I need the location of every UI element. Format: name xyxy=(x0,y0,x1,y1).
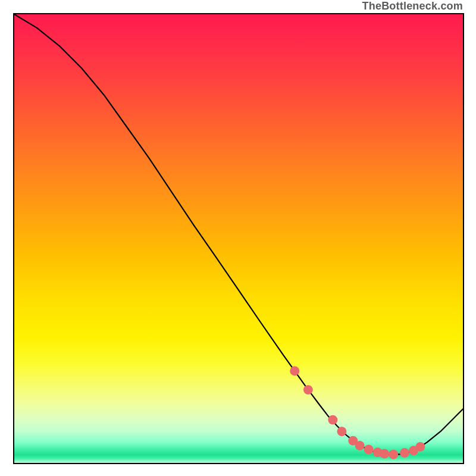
highlight-marker xyxy=(364,444,374,454)
chart-svg xyxy=(14,14,463,463)
highlight-marker xyxy=(400,448,409,458)
highlight-marker xyxy=(337,427,346,436)
highlight-marker xyxy=(303,385,313,394)
bottleneck-curve-line xyxy=(14,14,463,455)
plot-area xyxy=(13,13,464,464)
highlight-markers xyxy=(290,366,425,459)
highlight-marker xyxy=(389,450,398,459)
highlight-marker xyxy=(415,442,425,452)
highlight-marker xyxy=(328,415,337,425)
watermark-text: TheBottleneck.com xyxy=(362,0,463,12)
highlight-marker xyxy=(290,366,299,375)
chart-container: TheBottleneck.com xyxy=(0,0,476,476)
highlight-marker xyxy=(355,441,365,450)
highlight-marker xyxy=(380,449,389,459)
